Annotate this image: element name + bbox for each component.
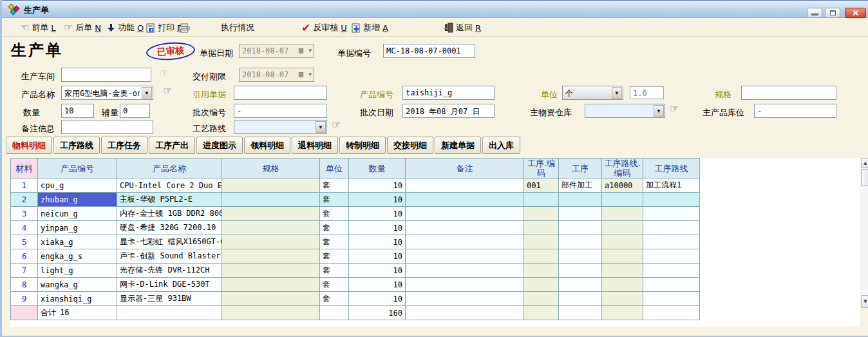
cell-remark[interactable] <box>406 178 524 193</box>
cell-no[interactable]: 1 <box>11 178 38 193</box>
batch-no-input[interactable]: - <box>234 104 327 118</box>
cell-unit[interactable]: 套 <box>320 264 349 278</box>
cell-route_code[interactable] <box>602 249 643 264</box>
cell-route[interactable] <box>643 278 700 292</box>
cell-route_code[interactable] <box>602 292 643 306</box>
cell-unit[interactable]: 套 <box>320 193 349 207</box>
cell-no[interactable]: 4 <box>11 221 38 235</box>
cell-code[interactable]: wangka_g <box>38 278 117 292</box>
cell-unit[interactable]: 套 <box>320 207 349 221</box>
cell-unit[interactable]: 套 <box>320 249 349 264</box>
aux-qty-input[interactable]: 0 <box>120 104 150 118</box>
cell-qty[interactable]: 10 <box>349 278 406 292</box>
cell-route_code[interactable]: a10000 <box>602 178 643 193</box>
cell-no[interactable]: 8 <box>11 278 38 292</box>
cell-op[interactable] <box>559 249 602 264</box>
cell-spec[interactable] <box>222 193 320 207</box>
scroll-down-icon[interactable]: ▼ <box>861 295 868 308</box>
cell-spec[interactable] <box>222 264 320 278</box>
tab-button-5[interactable]: 进度图示 <box>196 137 243 154</box>
cell-route_code[interactable] <box>602 278 643 292</box>
workshop-input[interactable] <box>61 68 151 82</box>
tab-button-7[interactable]: 退料明细 <box>292 137 338 154</box>
qty-input[interactable]: 10 <box>61 104 94 118</box>
unaudit-button[interactable]: ✔ 反审核U <box>301 21 347 35</box>
cell-code[interactable]: xianshiqi_g <box>38 292 117 306</box>
next-doc-button[interactable]: ☞ 后单N <box>64 21 101 35</box>
deadline-input[interactable]: 2018-08-07 ▦ ▼ <box>239 68 314 82</box>
cell-op[interactable] <box>559 221 602 235</box>
cell-route[interactable] <box>643 292 700 306</box>
tab-button-1[interactable]: 物料明细 <box>6 137 52 154</box>
cell-op_code[interactable] <box>524 264 559 278</box>
cell-name[interactable]: 光存储-先锋 DVR-112CH <box>117 264 222 278</box>
cell-spec[interactable] <box>222 207 320 221</box>
scroll-up-icon[interactable]: ▲ <box>861 158 868 168</box>
cell-qty[interactable]: 10 <box>349 292 406 306</box>
cell-code[interactable]: engka_g_s <box>38 249 117 264</box>
tab-button-11[interactable]: 出入库 <box>482 137 520 154</box>
minimize-button[interactable] <box>807 8 822 18</box>
restore-button[interactable] <box>825 8 840 18</box>
cell-route[interactable] <box>643 221 700 235</box>
cell-route_code[interactable] <box>602 207 643 221</box>
cell-no[interactable]: 3 <box>11 207 38 221</box>
cell-code[interactable]: xiaka_g <box>38 235 117 249</box>
doc-date-input[interactable]: 2018-08-07 ▦ ▼ <box>239 44 314 58</box>
cell-route_code[interactable] <box>602 235 643 249</box>
cell-qty[interactable]: 10 <box>349 249 406 264</box>
return-button[interactable]: 返回R <box>444 21 481 35</box>
cell-route[interactable] <box>643 207 700 221</box>
vertical-scrollbar[interactable]: ▲ ▼ <box>861 158 868 308</box>
calendar-icon[interactable]: ▦ <box>299 46 303 54</box>
cell-code[interactable]: neicun_g <box>38 207 117 221</box>
cell-qty[interactable]: 10 <box>349 193 406 207</box>
cell-spec[interactable] <box>222 292 320 306</box>
remark-input[interactable] <box>61 120 153 134</box>
unit-combo[interactable]: 个 ▼ <box>562 86 623 100</box>
chevron-down-icon[interactable]: ▼ <box>142 87 152 99</box>
cell-op_code[interactable] <box>524 278 559 292</box>
product-code-input[interactable]: taishiji_g <box>402 86 495 100</box>
chevron-down-icon[interactable]: ▼ <box>308 48 312 53</box>
tab-button-8[interactable]: 转制明细 <box>339 137 386 154</box>
spec-input[interactable] <box>741 86 836 100</box>
cell-route_code[interactable] <box>602 193 643 207</box>
cell-spec[interactable] <box>222 249 320 264</box>
cell-op_code[interactable] <box>524 221 559 235</box>
chevron-down-icon[interactable]: ▼ <box>612 87 622 99</box>
cell-unit[interactable]: 套 <box>320 235 349 249</box>
cell-name[interactable]: 声卡-创新 Sound Blaster A <box>117 249 222 264</box>
cell-spec[interactable] <box>222 235 320 249</box>
cell-remark[interactable] <box>406 278 524 292</box>
ref-doc-input[interactable] <box>234 86 327 100</box>
print-button[interactable]: 打印P <box>146 21 182 35</box>
cell-op_code[interactable]: 001 <box>524 178 559 193</box>
cell-name[interactable]: 显卡-七彩虹 镭风X1650GT-G <box>117 235 222 249</box>
unit-ratio-input[interactable]: 1.0 <box>630 86 664 99</box>
cell-route[interactable] <box>643 249 700 264</box>
cell-qty[interactable]: 10 <box>349 178 406 193</box>
cell-no[interactable]: 5 <box>11 235 38 249</box>
chevron-down-icon[interactable]: ▼ <box>308 72 312 77</box>
prev-doc-button[interactable]: ☜ 前单L <box>20 21 56 35</box>
cell-unit[interactable]: 套 <box>320 221 349 235</box>
cell-op[interactable] <box>559 292 602 306</box>
cell-remark[interactable] <box>406 221 524 235</box>
cell-op_code[interactable] <box>524 292 559 306</box>
cell-spec[interactable] <box>222 278 320 292</box>
cell-route[interactable] <box>643 264 700 278</box>
cell-route[interactable]: 加工流程1 <box>643 178 700 193</box>
cell-no[interactable]: 2 <box>11 193 38 207</box>
scrollbar-thumb[interactable] <box>861 169 868 186</box>
cell-name[interactable]: 显示器-三星 931BW <box>117 292 222 306</box>
warehouse-combo[interactable]: ▼ <box>585 104 665 118</box>
product-name-combo[interactable]: 家用G型电脑-金奥-only ▼ <box>61 86 153 100</box>
cell-remark[interactable] <box>406 207 524 221</box>
printer-quick-button[interactable] <box>178 21 190 35</box>
cell-op_code[interactable] <box>524 193 559 207</box>
tab-button-3[interactable]: 工序任务 <box>101 137 147 154</box>
cell-remark[interactable] <box>406 193 524 207</box>
exec-status-button[interactable]: 执行情况 <box>221 21 254 35</box>
cell-no[interactable]: 6 <box>11 249 38 264</box>
